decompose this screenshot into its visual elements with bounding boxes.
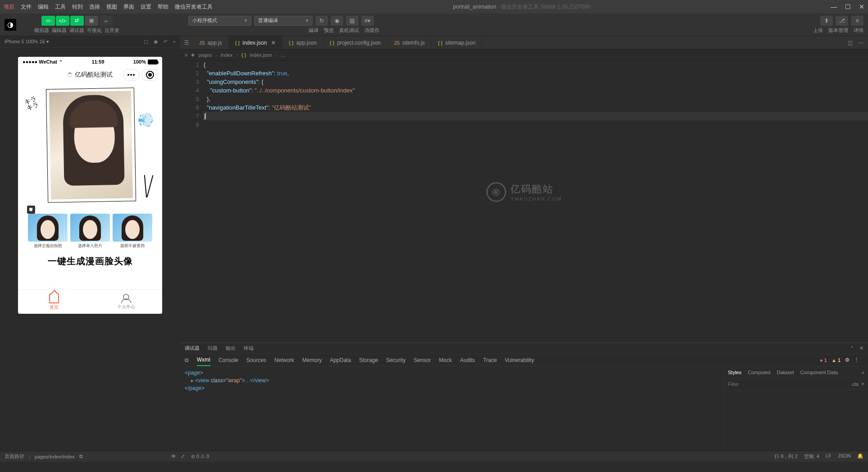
menu-item[interactable]: 界面: [123, 3, 134, 11]
tab-file[interactable]: { }project.config.json: [323, 36, 387, 49]
devtools-subtab[interactable]: Memory: [302, 357, 322, 363]
more-icon[interactable]: ⋮: [854, 357, 859, 363]
compile-dropdown[interactable]: 普通编译▾: [254, 16, 313, 26]
menu-item[interactable]: 编辑: [38, 3, 49, 11]
maximize-button[interactable]: ☐: [845, 3, 851, 10]
devtools-tab[interactable]: 输出: [226, 345, 236, 352]
cursor-position[interactable]: 行 8，列 2: [774, 453, 797, 460]
gear-icon[interactable]: ⚙: [845, 357, 850, 363]
devtools-subtab[interactable]: Audits: [460, 357, 475, 363]
capsule-close-button[interactable]: [141, 69, 159, 81]
devtools-tab[interactable]: 调试器: [185, 345, 200, 352]
editor-toggle[interactable]: </>: [56, 16, 69, 26]
devtools-panel: 调试器 问题 输出 终端 ⌃ ✕ ⧉ Wxml Console Sources …: [180, 343, 868, 451]
devtools-subtab[interactable]: Wxml: [197, 357, 210, 366]
language-mode[interactable]: JSON: [838, 453, 851, 460]
tab-file[interactable]: { }sitemap.json: [432, 36, 482, 49]
visual-toggle[interactable]: ▦: [85, 16, 98, 26]
eol-indicator[interactable]: LF: [826, 453, 832, 460]
expand-icon[interactable]: ⤢: [181, 454, 185, 459]
component-data-tab[interactable]: Component Data: [800, 370, 838, 375]
devtools-subtab[interactable]: Security: [386, 357, 405, 363]
devtools-subtab[interactable]: Vulnerability: [505, 357, 534, 363]
menu-item[interactable]: 转到: [72, 3, 83, 11]
warning-badge[interactable]: ▲ 1: [832, 357, 841, 363]
menu-item[interactable]: 帮助: [158, 3, 168, 11]
simulator-toggle[interactable]: ▭: [41, 16, 55, 26]
tab-file[interactable]: JSsiteinfo.js: [387, 36, 432, 49]
phone-preview[interactable]: ●●●●● WeChat⌃ 11:59 100% 亿码酷站测试 キラ キラ: [18, 57, 162, 314]
devtools-subtab[interactable]: AppData: [330, 357, 351, 363]
bell-icon[interactable]: 🔔: [857, 453, 863, 460]
menu-item[interactable]: 选择: [89, 3, 100, 11]
version-button[interactable]: ⎇: [836, 16, 848, 26]
split-editor-icon[interactable]: ◫: [848, 40, 853, 46]
preview-button[interactable]: ◉: [331, 16, 343, 26]
bookmark-icon[interactable]: ◈: [191, 52, 195, 58]
compile-button[interactable]: ↻: [315, 16, 328, 26]
devtools-tab[interactable]: 问题: [208, 345, 218, 352]
thumb-item[interactable]: 03.✕面部不被遮挡: [113, 214, 152, 249]
page-path[interactable]: pages/index/index: [35, 454, 75, 459]
debugger-toggle[interactable]: ⇄: [70, 16, 84, 26]
simulator-panel: iPhone 5 100% 16 ▾ ▢ ◉ ↶ » ●●●●● WeChat⌃…: [0, 36, 180, 451]
more-icon[interactable]: »: [862, 370, 864, 375]
add-class-button[interactable]: +: [861, 381, 864, 387]
menu-item[interactable]: 视图: [106, 3, 117, 11]
tab-file[interactable]: JSapp.js: [193, 36, 229, 49]
upload-button[interactable]: ⬆: [820, 16, 833, 26]
thumb-item[interactable]: 01.✕选择正脸自拍照: [28, 214, 68, 249]
copy-icon[interactable]: ⧉: [79, 454, 83, 459]
error-count[interactable]: ⊘ 0 ⚠ 0: [191, 454, 209, 459]
thumb-item[interactable]: 02.✕选择单人照片: [70, 214, 110, 249]
close-icon[interactable]: ✕: [859, 345, 863, 351]
remote-debug-button[interactable]: ▤: [346, 16, 359, 26]
devtools-subtab[interactable]: Storage: [359, 357, 378, 363]
tab-home[interactable]: 首页: [18, 290, 90, 314]
menu-item[interactable]: 文件: [21, 3, 32, 11]
breadcrumb[interactable]: ≡ ◈ pages› index› { } index.json› ...: [180, 50, 868, 60]
menu-item[interactable]: 项目: [4, 3, 14, 11]
devtools-subtab[interactable]: Mock: [439, 357, 452, 363]
devtools-subtab[interactable]: Console: [218, 357, 238, 363]
computed-tab[interactable]: Computed: [748, 370, 771, 375]
menu-item[interactable]: 设置: [141, 3, 151, 11]
clear-cache-button[interactable]: ≡▾: [361, 16, 374, 26]
eye-icon[interactable]: 👁: [171, 454, 176, 459]
list-icon[interactable]: ≡: [185, 52, 187, 58]
error-badge[interactable]: ● 1: [820, 357, 827, 363]
sim-more-icon[interactable]: »: [173, 39, 176, 45]
cloud-toggle[interactable]: ☁: [99, 16, 113, 26]
close-button[interactable]: ✕: [859, 3, 864, 10]
detail-button[interactable]: ≡: [851, 16, 863, 26]
capsule-menu-button[interactable]: [123, 69, 140, 81]
tab-file[interactable]: { }app.json: [282, 36, 323, 49]
dataset-tab[interactable]: Dataset: [777, 370, 794, 375]
inspect-icon[interactable]: ⧉: [185, 357, 189, 363]
close-icon[interactable]: ✕: [271, 40, 276, 46]
styles-tab[interactable]: Styles: [728, 370, 741, 375]
cls-toggle[interactable]: .cls: [851, 381, 859, 387]
wxml-tree[interactable]: <page> ▸ <view class="wrap">…</view> </p…: [180, 367, 724, 451]
devtools-subtab[interactable]: Trace: [483, 357, 497, 363]
code-editor[interactable]: 12345678 { "enablePullDownRefresh": true…: [180, 60, 868, 343]
devtools-tab[interactable]: 终端: [244, 345, 254, 352]
indentation[interactable]: 空格: 4: [804, 453, 819, 460]
minimize-button[interactable]: —: [831, 3, 837, 10]
more-icon[interactable]: ⋯: [858, 40, 863, 46]
explorer-icon[interactable]: ☰: [180, 36, 193, 49]
sim-rotate-icon[interactable]: ↶: [164, 39, 168, 45]
sim-screenshot-icon[interactable]: ▢: [144, 39, 148, 45]
tab-profile[interactable]: 个人中心: [90, 290, 162, 314]
devtools-subtab[interactable]: Network: [274, 357, 294, 363]
devtools-subtab[interactable]: Sources: [246, 357, 266, 363]
styles-filter-input[interactable]: [728, 381, 851, 387]
mode-dropdown[interactable]: 小程序模式▾: [188, 16, 251, 26]
sim-record-icon[interactable]: ◉: [154, 39, 158, 45]
menu-item[interactable]: 微信开发者工具: [175, 3, 213, 11]
devtools-subtab[interactable]: Sensor: [414, 357, 431, 363]
collapse-icon[interactable]: ⌃: [850, 345, 854, 351]
menu-item[interactable]: 工具: [55, 3, 66, 11]
tab-file[interactable]: { }index.json✕: [229, 36, 282, 49]
device-selector[interactable]: iPhone 5 100% 16 ▾: [5, 39, 49, 45]
